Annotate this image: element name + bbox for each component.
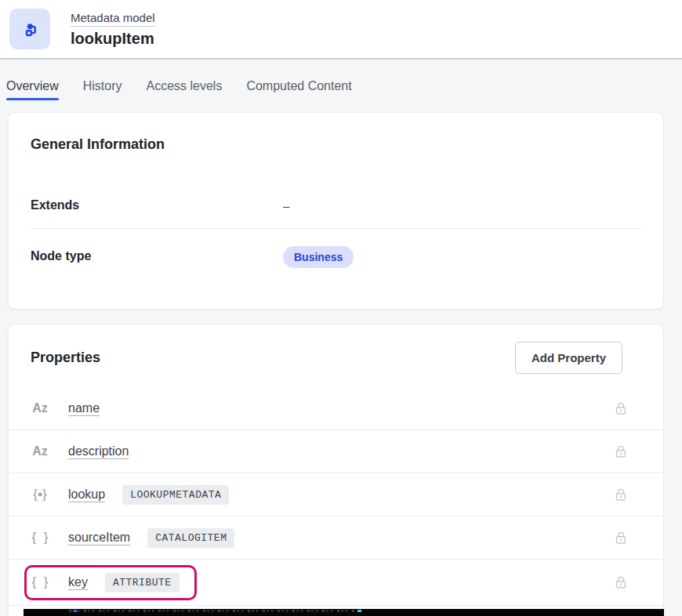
- property-name-link[interactable]: sourceItem: [68, 531, 130, 545]
- node-type-label: Node type: [31, 249, 283, 263]
- lock-icon: [613, 444, 629, 459]
- object-type-icon: { }: [31, 530, 49, 545]
- extends-value: –: [283, 199, 289, 212]
- lock-icon: [613, 530, 629, 545]
- metadata-model-icon: [9, 9, 50, 49]
- lock-icon: [613, 487, 629, 502]
- tab-access-levels[interactable]: Access levels: [146, 78, 222, 100]
- string-type-icon: Az: [31, 444, 49, 458]
- page-header: Metadata model lookupItem: [0, 0, 682, 60]
- breadcrumb-link[interactable]: Metadata model: [71, 11, 155, 27]
- header-text: Metadata model lookupItem: [71, 11, 155, 48]
- property-row-name: Az name: [9, 387, 663, 430]
- property-list: Az name Az description: [9, 387, 663, 606]
- console-noise-texture: [69, 610, 355, 612]
- properties-header: Properties Add Property: [31, 342, 641, 374]
- console-speck: [74, 610, 77, 612]
- cropped-console-strip: [24, 609, 664, 616]
- properties-title: Properties: [31, 350, 100, 366]
- property-name-link[interactable]: lookup: [68, 487, 105, 502]
- object-type-icon: { }: [31, 574, 49, 590]
- property-row-description: Az description: [9, 430, 663, 473]
- property-name-link[interactable]: key: [68, 575, 88, 589]
- lock-icon: [613, 400, 629, 416]
- general-information-title: General Information: [31, 136, 641, 153]
- property-type-badge: CATALOGITEM: [147, 528, 234, 548]
- tab-bar: Overview History Access levels Computed …: [0, 60, 682, 100]
- property-row-key: { } key ATTRIBUTE: [9, 560, 663, 606]
- workflow-node-icon: [19, 18, 41, 40]
- info-row-node-type: Node type Business: [31, 228, 641, 284]
- property-name-link[interactable]: name: [68, 401, 100, 415]
- string-type-icon: Az: [31, 401, 49, 415]
- property-name-link[interactable]: description: [68, 444, 129, 458]
- console-speck: [357, 610, 361, 612]
- tab-history[interactable]: History: [83, 78, 122, 100]
- property-row-lookup: {▪} lookup LOOKUPMETADATA: [9, 473, 663, 516]
- tab-computed-content[interactable]: Computed Content: [246, 78, 351, 100]
- general-information-card: General Information Extends – Node type …: [8, 112, 664, 310]
- add-property-button[interactable]: Add Property: [515, 342, 622, 374]
- node-type-badge: Business: [283, 246, 354, 268]
- property-type-badge: ATTRIBUTE: [105, 573, 180, 592]
- extends-label: Extends: [31, 198, 283, 212]
- property-type-badge: LOOKUPMETADATA: [122, 485, 229, 505]
- page-title: lookupItem: [71, 30, 155, 48]
- lookup-type-icon: {▪}: [31, 487, 49, 502]
- lock-icon: [613, 574, 629, 590]
- info-row-extends: Extends –: [31, 176, 641, 228]
- tab-overview[interactable]: Overview: [6, 78, 59, 100]
- property-row-sourceitem: { } sourceItem CATALOGITEM: [9, 516, 663, 560]
- properties-card: Properties Add Property Az name Az descr…: [8, 324, 664, 616]
